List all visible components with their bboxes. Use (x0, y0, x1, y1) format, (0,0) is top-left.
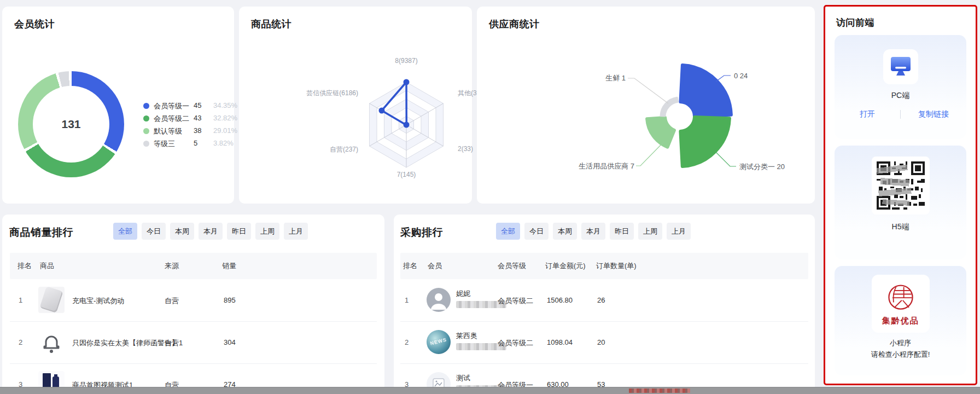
member-name: 测试 (456, 373, 470, 383)
member-stats-card: 会员统计 131 会员等级一 45 34.35% 会员等级二 43 32.82%… (2, 7, 234, 204)
member-avatar: NEWS (427, 330, 451, 354)
source-value: 自营 (165, 338, 179, 348)
member-name: 妮妮 (456, 289, 470, 299)
pie-label-daily-supplies: 生活用品供应商 7 (542, 161, 634, 171)
rose-slice-green (680, 117, 730, 166)
legend-label: 默认等级 (154, 126, 182, 136)
brand-seal-icon (884, 282, 917, 315)
radar-axis-label: 芸信供应链(6186) (272, 89, 358, 98)
miniprogram-label: 小程序 (890, 338, 911, 348)
member-total: 131 (33, 86, 109, 163)
rank-value: 1 (19, 296, 22, 304)
member-stats-title: 会员统计 (14, 18, 55, 31)
legend-item: 会员等级一 45 34.35% (143, 101, 236, 110)
tab-last-month[interactable]: 上月 (284, 223, 308, 240)
tab-last-month[interactable]: 上月 (667, 223, 691, 240)
legend-dot (143, 128, 149, 134)
table-row: 1 充电宝-测试勿动 自营 895 (10, 279, 377, 322)
monitor-icon (889, 56, 913, 78)
rose-slice-gray (661, 97, 678, 116)
purchase-ranking-title: 采购排行 (400, 225, 443, 240)
tab-today[interactable]: 今日 (524, 223, 549, 240)
purchase-ranking-tabs: 全部 今日 本周 本月 昨日 上周 上月 (496, 223, 691, 240)
supplier-rose-chart (477, 7, 815, 204)
tab-this-month[interactable]: 本月 (581, 223, 605, 240)
col-orders: 订单数量(单) (596, 261, 637, 271)
amount-value: 1098.04 (547, 338, 573, 346)
col-source: 来源 (165, 261, 179, 271)
col-member: 会员 (428, 261, 442, 271)
rank-value: 2 (405, 338, 409, 346)
amount-value: 1506.80 (547, 296, 573, 304)
legend-item: 会员等级二 43 32.82% (143, 114, 236, 123)
open-link[interactable]: 打开 (835, 109, 900, 119)
tab-this-month[interactable]: 本月 (199, 223, 223, 240)
miniprogram-section: 集黔优品 小程序 请检查小程序配置! (835, 266, 966, 375)
sales-ranking-tabs: 全部 今日 本周 本月 昨日 上周 上月 (113, 223, 308, 240)
tab-last-week[interactable]: 上周 (638, 223, 662, 240)
legend-dot (143, 141, 149, 147)
col-product: 商品 (40, 261, 54, 271)
radar-axis-label: 2(33) (458, 145, 473, 153)
col-rank: 排名 (403, 261, 417, 271)
sales-value: 895 (224, 296, 236, 304)
legend-label: 会员等级二 (154, 114, 189, 124)
pie-label-zero: 0 24 (734, 72, 748, 80)
col-sales: 销量 (222, 261, 236, 271)
orders-value: 26 (597, 296, 605, 304)
news-globe-icon: NEWS (427, 336, 450, 347)
tab-all[interactable]: 全部 (496, 223, 520, 240)
product-thumbnail (38, 287, 65, 313)
frontend-title: 访问前端 (836, 16, 874, 29)
tab-this-week[interactable]: 本周 (553, 223, 577, 240)
product-stats-card: 商品统计 8(9387) 其他(36) 2(3 (239, 7, 472, 204)
qr-code-icon (877, 161, 925, 210)
h5-section: H5端 (835, 146, 966, 259)
orders-value: 20 (597, 338, 605, 346)
legend-value: 45 (194, 101, 201, 109)
pc-label: PC端 (891, 91, 909, 101)
product-radar-chart (239, 7, 472, 204)
horizontal-scrollbar[interactable] (0, 387, 980, 394)
purchase-ranking-card: 采购排行 全部 今日 本周 本月 昨日 上周 上月 排名 会员 会员等级 订单金… (394, 215, 815, 394)
member-name: 莱西奥 (456, 331, 477, 341)
level-value: 会员等级二 (498, 338, 533, 348)
legend-percent: 29.01% (213, 126, 237, 135)
dashboard: 会员统计 131 会员等级一 45 34.35% 会员等级二 43 32.82%… (0, 0, 980, 394)
bell-icon (44, 337, 59, 348)
h5-qr-tile (872, 157, 930, 215)
rose-slice-lightgreen (647, 118, 674, 147)
level-value: 会员等级二 (498, 296, 533, 306)
h5-label: H5端 (892, 222, 909, 232)
miniprogram-logo-tile: 集黔优品 (872, 275, 930, 333)
tab-this-week[interactable]: 本周 (170, 223, 194, 240)
tab-all[interactable]: 全部 (113, 223, 137, 240)
sales-ranking-title: 商品销量排行 (9, 225, 73, 240)
table-row: 2 NEWS 莱西奥 会员等级二 1098.04 20 (400, 321, 808, 364)
legend-percent: 34.35% (213, 101, 237, 109)
tab-yesterday[interactable]: 昨日 (610, 223, 634, 240)
col-amount: 订单金额(元) (545, 261, 586, 271)
legend-value: 5 (194, 139, 197, 147)
tab-yesterday[interactable]: 昨日 (227, 223, 251, 240)
person-icon (435, 293, 442, 301)
rose-slice-blue (680, 65, 731, 116)
illegible-annotation (629, 389, 690, 393)
miniprogram-warning: 请检查小程序配置! (871, 350, 930, 360)
sales-table-header: 排名 商品 来源 销量 (10, 253, 377, 279)
table-row: 1 妮妮 会员等级二 1506.80 26 (400, 279, 808, 322)
product-thumbnail (38, 329, 65, 355)
copy-link[interactable]: 复制链接 (901, 109, 966, 119)
tab-last-week[interactable]: 上周 (255, 223, 279, 240)
legend-percent: 3.82% (213, 139, 234, 147)
legend-item: 默认等级 38 29.01% (143, 126, 236, 135)
legend-dot (143, 103, 149, 109)
pie-label-fresh: 生鲜 1 (575, 73, 626, 83)
legend-dot (143, 115, 149, 121)
pc-icon-tile (883, 49, 918, 84)
member-avatar (427, 288, 451, 312)
legend-value: 38 (194, 126, 201, 135)
source-value: 自营 (165, 296, 179, 306)
tab-today[interactable]: 今日 (142, 223, 166, 240)
legend-label: 等级三 (154, 139, 175, 149)
